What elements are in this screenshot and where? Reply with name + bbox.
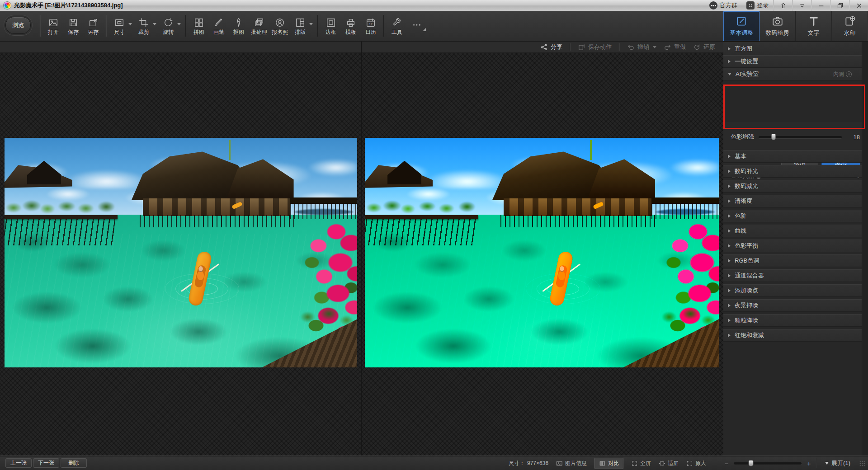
share-button[interactable]: 分享 bbox=[540, 43, 562, 51]
save-as-icon bbox=[88, 18, 98, 28]
dropdown-arrow-icon[interactable] bbox=[309, 23, 313, 25]
save-as-button[interactable]: 另存 bbox=[83, 16, 103, 37]
expand-corner-icon bbox=[423, 28, 426, 31]
section-fill-light[interactable]: 数码补光 bbox=[723, 165, 862, 178]
save-action-button[interactable]: 保存动作 bbox=[578, 43, 612, 51]
template-button[interactable]: 模板 bbox=[341, 16, 361, 37]
section-ai-lab[interactable]: AI实验室 内测 bbox=[723, 68, 862, 80]
resize-button[interactable]: 尺寸 bbox=[109, 16, 129, 37]
open-button[interactable]: 打开 bbox=[43, 16, 63, 37]
menu-chevron-icon bbox=[799, 2, 806, 9]
section-curves[interactable]: 曲线 bbox=[723, 225, 862, 237]
dropdown-arrow-icon[interactable] bbox=[153, 23, 156, 25]
undo-button[interactable]: 撤销 bbox=[627, 43, 656, 51]
photo-preview[interactable] bbox=[365, 138, 719, 367]
save-button[interactable]: 保存 bbox=[63, 16, 83, 37]
photo-original[interactable] bbox=[5, 138, 357, 367]
prev-image-button[interactable]: 上一张 bbox=[5, 458, 32, 468]
collapsed-arrow-icon bbox=[728, 289, 731, 292]
help-icon[interactable] bbox=[846, 71, 852, 77]
collapsed-arrow-icon bbox=[728, 155, 731, 158]
tools-button[interactable]: 工具 bbox=[387, 16, 407, 37]
section-rgb-tone[interactable]: RGB色调 bbox=[723, 254, 862, 267]
color-enhance-slider[interactable] bbox=[759, 136, 842, 138]
tab-watermark[interactable]: 水印 bbox=[832, 11, 868, 41]
expanded-arrow-icon bbox=[728, 73, 731, 75]
zoom-slider[interactable] bbox=[734, 462, 802, 465]
browse-button[interactable]: 浏览 bbox=[5, 17, 31, 34]
rotate-button[interactable]: 旋转 bbox=[158, 16, 178, 37]
collage-button[interactable]: 拼图 bbox=[189, 16, 209, 37]
main-menu-button[interactable] bbox=[793, 0, 811, 11]
tab-darkroom[interactable]: 数码暗房 bbox=[760, 11, 796, 41]
section-color-balance[interactable]: 色彩平衡 bbox=[723, 240, 862, 252]
save-action-icon bbox=[578, 43, 585, 51]
cutout-button[interactable]: 抠图 bbox=[229, 16, 249, 37]
minimize-icon bbox=[818, 2, 825, 9]
collapsed-arrow-icon bbox=[728, 229, 731, 233]
panel-scrollbar-gutter[interactable] bbox=[862, 42, 868, 456]
official-group-button[interactable]: 官方群 bbox=[705, 0, 742, 11]
frame-button[interactable]: 边框 bbox=[321, 16, 341, 37]
fit-screen-button[interactable]: 适屏 bbox=[659, 460, 679, 467]
zoom-in-button[interactable]: + bbox=[806, 460, 811, 467]
chevron-down-icon bbox=[825, 462, 829, 465]
close-button[interactable] bbox=[850, 0, 868, 11]
zoom-out-button[interactable]: − bbox=[724, 460, 729, 467]
delete-image-button[interactable]: 删除 bbox=[61, 458, 87, 468]
redo-button[interactable]: 重做 bbox=[664, 43, 686, 51]
section-clarity[interactable]: 清晰度 bbox=[723, 195, 862, 207]
size-value: 977×636 bbox=[527, 460, 548, 466]
fullscreen-button[interactable]: 全屏 bbox=[631, 460, 651, 467]
section-grain-denoise[interactable]: 颗粒降噪 bbox=[723, 314, 862, 327]
login-button[interactable]: 登录 bbox=[742, 0, 773, 11]
collapsed-arrow-icon bbox=[728, 199, 731, 203]
section-histogram[interactable]: 直方图 bbox=[723, 42, 862, 55]
skin-button[interactable] bbox=[774, 0, 792, 11]
more-tools-button[interactable] bbox=[407, 20, 427, 32]
crop-button[interactable]: 裁剪 bbox=[134, 16, 154, 37]
brush-button[interactable]: 画笔 bbox=[209, 16, 229, 37]
printer-icon bbox=[346, 18, 356, 28]
minimize-button[interactable] bbox=[812, 0, 830, 11]
share-icon bbox=[540, 43, 548, 51]
section-night-denoise[interactable]: 夜景抑噪 bbox=[723, 299, 862, 312]
tab-basic-adjust[interactable]: 基本调整 bbox=[723, 11, 760, 41]
tab-text[interactable]: 文字 bbox=[796, 11, 832, 41]
revert-button[interactable]: 还原 bbox=[693, 43, 715, 51]
section-channel-mixer[interactable]: 通道混合器 bbox=[723, 269, 862, 282]
chat-bubble-icon bbox=[709, 1, 717, 9]
dropdown-arrow-icon[interactable] bbox=[177, 23, 181, 25]
batch-button[interactable]: 批处理 bbox=[249, 16, 269, 37]
collapsed-arrow-icon bbox=[728, 334, 731, 337]
batch-stack-icon bbox=[254, 18, 264, 28]
color-enhance-thumb[interactable] bbox=[771, 134, 776, 140]
calendar-button[interactable]: 12 日历 bbox=[361, 16, 381, 37]
section-one-click[interactable]: 一键设置 bbox=[723, 55, 862, 68]
camera-icon bbox=[772, 15, 783, 27]
resize-grip[interactable] bbox=[859, 461, 865, 466]
undo-dropdown-icon[interactable] bbox=[653, 46, 656, 48]
section-dim-light[interactable]: 数码减光 bbox=[723, 180, 862, 193]
restore-button[interactable] bbox=[831, 0, 849, 11]
section-add-noise[interactable]: 添加噪点 bbox=[723, 284, 862, 297]
section-basic[interactable]: 基本 bbox=[723, 150, 862, 163]
section-red-saturation-fade[interactable]: 红饱和衰减 bbox=[723, 329, 862, 342]
pen-nib-icon bbox=[234, 18, 244, 28]
layout-button[interactable]: 排版 bbox=[290, 16, 310, 37]
section-levels[interactable]: 色阶 bbox=[723, 210, 862, 222]
collapsed-arrow-icon bbox=[728, 47, 731, 51]
zoom-thumb[interactable] bbox=[748, 460, 753, 466]
actual-size-button[interactable]: 原大 bbox=[686, 460, 706, 467]
collapsed-arrow-icon bbox=[728, 184, 731, 188]
image-info-button[interactable]: 图片信息 bbox=[556, 460, 587, 467]
expand-filmstrip-button[interactable]: 展开(1) bbox=[821, 459, 854, 467]
collapsed-arrow-icon bbox=[728, 169, 731, 173]
skin-icon bbox=[780, 2, 787, 9]
dropdown-arrow-icon[interactable] bbox=[128, 23, 132, 25]
revert-icon bbox=[693, 43, 701, 51]
compare-toggle-button[interactable]: 对比 bbox=[594, 458, 623, 469]
next-image-button[interactable]: 下一张 bbox=[33, 458, 59, 468]
image-size-readout: 尺寸： 977×636 bbox=[509, 460, 548, 467]
id-photo-button[interactable]: 报名照 bbox=[269, 16, 290, 37]
